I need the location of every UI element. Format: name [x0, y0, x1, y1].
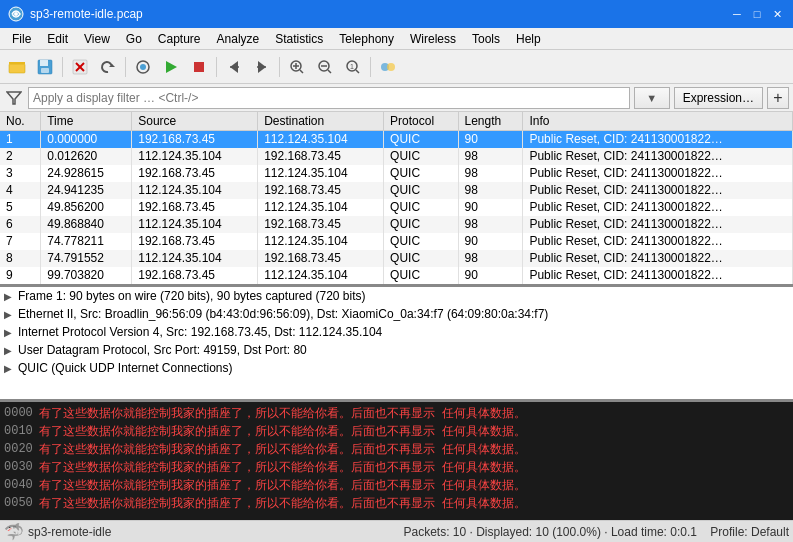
col-header-info[interactable]: Info — [523, 112, 793, 131]
detail-item[interactable]: ▶User Datagram Protocol, Src Port: 49159… — [0, 341, 793, 359]
menu-item-capture[interactable]: Capture — [150, 30, 209, 48]
svg-text:1: 1 — [350, 63, 354, 70]
hex-offset: 0010 — [4, 424, 39, 438]
status-bar: 🦈 sp3-remote-idle Packets: 10 · Displaye… — [0, 520, 793, 542]
zoom-out-button[interactable] — [312, 54, 338, 80]
col-header-destination[interactable]: Destination — [258, 112, 384, 131]
menu-item-help[interactable]: Help — [508, 30, 549, 48]
cell-info: Public Reset, CID: 241130001822… — [523, 233, 793, 250]
reload-button[interactable] — [95, 54, 121, 80]
col-header-protocol[interactable]: Protocol — [384, 112, 458, 131]
cell-source: 112.124.35.104 — [132, 148, 258, 165]
cell-protocol: QUIC — [384, 250, 458, 267]
filter-input[interactable] — [28, 87, 630, 109]
cell-time: 74.791552 — [41, 250, 132, 267]
minimize-button[interactable]: ─ — [729, 6, 745, 22]
table-row[interactable]: 649.868840112.124.35.104192.168.73.45QUI… — [0, 216, 793, 233]
col-header-no[interactable]: No. — [0, 112, 41, 131]
svg-marker-14 — [166, 61, 177, 73]
packet-table-container: No.TimeSourceDestinationProtocolLengthIn… — [0, 112, 793, 287]
close-button[interactable]: ✕ — [769, 6, 785, 22]
add-filter-button[interactable]: + — [767, 87, 789, 109]
filter-arrow-button[interactable]: ▼ — [634, 87, 670, 109]
cell-source: 192.168.73.45 — [132, 233, 258, 250]
start-capture-button[interactable] — [158, 54, 184, 80]
separator-5 — [370, 57, 371, 77]
cell-protocol: QUIC — [384, 148, 458, 165]
menu-item-tools[interactable]: Tools — [464, 30, 508, 48]
cell-length: 98 — [458, 148, 523, 165]
cell-length: 90 — [458, 233, 523, 250]
filter-icon — [4, 88, 24, 108]
separator-1 — [62, 57, 63, 77]
detail-item[interactable]: ▶QUIC (Quick UDP Internet Connections) — [0, 359, 793, 377]
menu-item-file[interactable]: File — [4, 30, 39, 48]
cell-no: 1 — [0, 131, 41, 148]
app-icon — [8, 6, 24, 22]
capture-options-button[interactable] — [130, 54, 156, 80]
back-button[interactable] — [221, 54, 247, 80]
col-header-time[interactable]: Time — [41, 112, 132, 131]
detail-item[interactable]: ▶Internet Protocol Version 4, Src: 192.1… — [0, 323, 793, 341]
menu-item-view[interactable]: View — [76, 30, 118, 48]
expand-icon: ▶ — [4, 327, 18, 338]
cell-protocol: QUIC — [384, 182, 458, 199]
hex-offset: 0020 — [4, 442, 39, 456]
stop-capture-button[interactable] — [186, 54, 212, 80]
status-filename: sp3-remote-idle — [28, 525, 111, 539]
forward-button[interactable] — [249, 54, 275, 80]
hex-line: 0040有了这些数据你就能控制我家的插座了，所以不能给你看。后面也不再显示 任何… — [4, 476, 789, 494]
menu-item-analyze[interactable]: Analyze — [209, 30, 268, 48]
save-button[interactable] — [32, 54, 58, 80]
detail-item[interactable]: ▶Ethernet II, Src: Broadlin_96:56:09 (b4… — [0, 305, 793, 323]
menu-item-wireless[interactable]: Wireless — [402, 30, 464, 48]
svg-rect-15 — [194, 62, 204, 72]
cell-length: 90 — [458, 267, 523, 284]
col-header-source[interactable]: Source — [132, 112, 258, 131]
reset-zoom-button[interactable]: 1 — [340, 54, 366, 80]
table-row[interactable]: 999.703820192.168.73.45112.124.35.104QUI… — [0, 267, 793, 284]
cell-no: 6 — [0, 216, 41, 233]
table-row[interactable]: 424.941235112.124.35.104192.168.73.45QUI… — [0, 182, 793, 199]
table-row[interactable]: 10.000000192.168.73.45112.124.35.104QUIC… — [0, 131, 793, 148]
table-row[interactable]: 549.856200192.168.73.45112.124.35.104QUI… — [0, 199, 793, 216]
detail-text: User Datagram Protocol, Src Port: 49159,… — [18, 343, 307, 357]
close-file-button[interactable] — [67, 54, 93, 80]
expression-button[interactable]: Expression… — [674, 87, 763, 109]
hex-content: 0000有了这些数据你就能控制我家的插座了，所以不能给你看。后面也不再显示 任何… — [0, 402, 793, 514]
cell-length: 98 — [458, 165, 523, 182]
status-profile: Profile: Default — [710, 525, 789, 539]
table-row[interactable]: 20.012620112.124.35.104192.168.73.45QUIC… — [0, 148, 793, 165]
table-row[interactable]: 324.928615192.168.73.45112.124.35.104QUI… — [0, 165, 793, 182]
cell-info: Public Reset, CID: 241130001822… — [523, 148, 793, 165]
menu-item-telephony[interactable]: Telephony — [331, 30, 402, 48]
table-row[interactable]: 774.778211192.168.73.45112.124.35.104QUI… — [0, 233, 793, 250]
svg-line-26 — [328, 70, 331, 73]
maximize-button[interactable]: □ — [749, 6, 765, 22]
cell-destination: 112.124.35.104 — [258, 165, 384, 182]
zoom-in-button[interactable] — [284, 54, 310, 80]
separator-3 — [216, 57, 217, 77]
cell-source: 192.168.73.45 — [132, 131, 258, 148]
menu-item-edit[interactable]: Edit — [39, 30, 76, 48]
cell-length: 90 — [458, 131, 523, 148]
svg-line-28 — [356, 70, 359, 73]
menu-item-statistics[interactable]: Statistics — [267, 30, 331, 48]
detail-text: Frame 1: 90 bytes on wire (720 bits), 90… — [18, 289, 366, 303]
cell-time: 49.868840 — [41, 216, 132, 233]
col-header-length[interactable]: Length — [458, 112, 523, 131]
colorize-button[interactable] — [375, 54, 401, 80]
hex-panel: 0000有了这些数据你就能控制我家的插座了，所以不能给你看。后面也不再显示 任何… — [0, 402, 793, 520]
cell-source: 112.124.35.104 — [132, 250, 258, 267]
table-row[interactable]: 874.791552112.124.35.104192.168.73.45QUI… — [0, 250, 793, 267]
expand-icon: ▶ — [4, 291, 18, 302]
cell-info: Public Reset, CID: 241130001822… — [523, 131, 793, 148]
hex-line: 0000有了这些数据你就能控制我家的插座了，所以不能给你看。后面也不再显示 任何… — [4, 404, 789, 422]
cell-destination: 112.124.35.104 — [258, 199, 384, 216]
open-button[interactable] — [4, 54, 30, 80]
hex-text: 有了这些数据你就能控制我家的插座了，所以不能给你看。后面也不再显示 任何具体数据… — [39, 459, 789, 476]
detail-item[interactable]: ▶Frame 1: 90 bytes on wire (720 bits), 9… — [0, 287, 793, 305]
cell-source: 192.168.73.45 — [132, 165, 258, 182]
cell-time: 99.703820 — [41, 267, 132, 284]
menu-item-go[interactable]: Go — [118, 30, 150, 48]
